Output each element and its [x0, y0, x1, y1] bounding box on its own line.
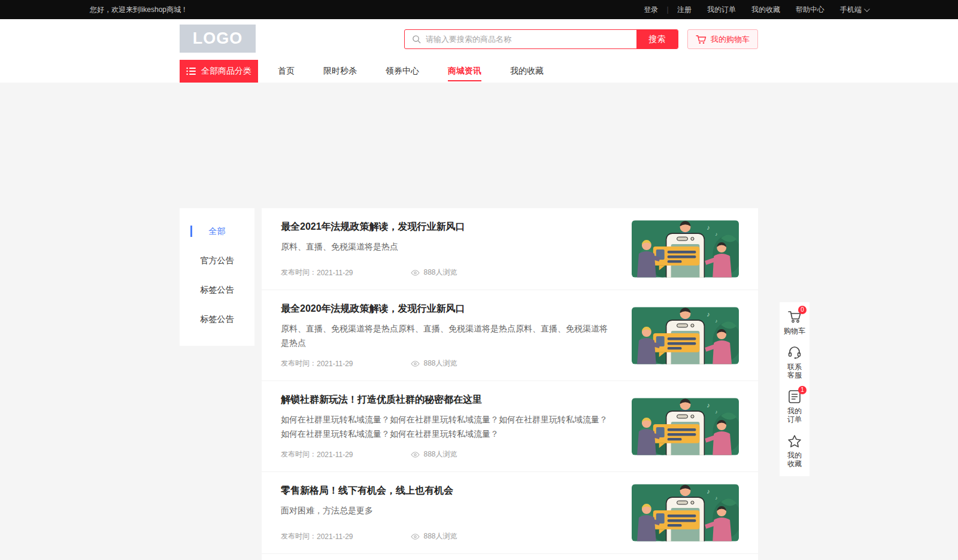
category-list-icon	[186, 67, 196, 75]
publish-date: 2021-11-29	[317, 451, 353, 459]
float-favorites-button[interactable]: 我的收藏	[787, 434, 802, 468]
publish-date: 2021-11-29	[317, 269, 353, 277]
float-orders-button[interactable]: 1 我的订单	[787, 389, 802, 424]
float-cart-label: 购物车	[784, 327, 805, 335]
topbar-my-orders-link[interactable]: 我的订单	[707, 5, 736, 15]
login-link[interactable]: 登录	[644, 5, 658, 15]
article-title[interactable]: 零售新格局！线下有机会，线上也有机会	[281, 484, 613, 497]
float-service-label: 联系客服	[787, 363, 802, 379]
publish-date: 2021-11-29	[317, 532, 353, 541]
main-nav: 全部商品分类 首页 限时秒杀 领券中心 商城资讯 我的收藏	[0, 60, 958, 83]
sidebar-item-official-notice[interactable]: 官方公告	[180, 246, 254, 275]
sidebar-item-tag-notice-2[interactable]: 标签公告	[180, 305, 254, 334]
publish-time-label: 发布时间：	[281, 531, 317, 541]
chevron-down-icon	[864, 6, 870, 12]
float-favorites-label: 我的收藏	[787, 451, 802, 468]
float-cart-button[interactable]: 0 购物车	[784, 309, 805, 335]
article-title[interactable]: 解锁社群新玩法！打造优质社群的秘密都在这里	[281, 393, 613, 406]
topbar-divider: ｜	[664, 5, 671, 15]
search-input[interactable]	[426, 35, 636, 44]
article-thumbnail	[632, 484, 739, 541]
sidebar-item-tag-notice-1[interactable]: 标签公告	[180, 275, 254, 305]
news-category-sidebar: 全部 官方公告 标签公告 标签公告	[180, 208, 254, 346]
page-content: 全部 官方公告 标签公告 标签公告 最全2021年法规政策解读，发现行业新风口 …	[180, 208, 758, 560]
search-button[interactable]: 搜索	[636, 30, 678, 48]
article-description: 原料、直播、免税渠道将是热点	[281, 239, 613, 254]
star-icon	[787, 434, 802, 448]
search-icon	[412, 35, 421, 44]
mobile-site-link[interactable]: 手机端	[840, 5, 868, 15]
my-cart-button[interactable]: 我的购物车	[687, 29, 758, 49]
register-link[interactable]: 注册	[677, 5, 692, 15]
header: LOGO 搜索 我的购物车	[0, 19, 958, 60]
article-title[interactable]: 最全2021年法规政策解读，发现行业新风口	[281, 220, 613, 233]
view-count: 888人浏览	[424, 267, 457, 278]
publish-time-label: 发布时间：	[281, 449, 317, 459]
shop-logo[interactable]: LOGO	[180, 25, 256, 53]
news-article-row[interactable]: 解锁社群新玩法！打造优质社群的秘密都在这里 如何在社群里玩转私域流量？如何在社群…	[262, 381, 758, 472]
view-count: 888人浏览	[424, 449, 457, 459]
publish-time-label: 发布时间：	[281, 358, 317, 369]
float-service-button[interactable]: 联系客服	[787, 345, 802, 379]
headset-icon	[787, 345, 802, 360]
sidebar-item-all[interactable]: 全部	[180, 217, 254, 246]
nav-item-home[interactable]: 首页	[263, 60, 309, 83]
article-thumbnail	[632, 398, 739, 455]
eye-icon	[411, 270, 420, 276]
nav-item-my-favorites[interactable]: 我的收藏	[496, 60, 558, 83]
nav-item-coupon-center[interactable]: 领券中心	[371, 60, 433, 83]
orders-count-badge: 1	[798, 386, 807, 394]
news-article-row[interactable]: 零售新格局！线下有机会，线上也有机会 面对困难，方法总是更多 发布时间： 202…	[262, 472, 758, 554]
view-count: 888人浏览	[424, 531, 457, 541]
article-description: 原料、直播、免税渠道将是热点原料、直播、免税渠道将是热点原料、直播、免税渠道将是…	[281, 321, 613, 350]
article-title[interactable]: 最全2020年法规政策解读，发现行业新风口	[281, 302, 613, 315]
news-article-row[interactable]: 最全2021年法规政策解读，发现行业新风口 原料、直播、免税渠道将是热点 发布时…	[262, 208, 758, 290]
nav-item-seckill[interactable]: 限时秒杀	[309, 60, 371, 83]
welcome-text: 您好，欢迎来到likeshop商城！	[90, 5, 188, 15]
eye-icon	[411, 452, 420, 458]
eye-icon	[411, 361, 420, 367]
view-count: 888人浏览	[424, 358, 457, 369]
article-thumbnail	[632, 307, 739, 364]
article-thumbnail	[632, 220, 739, 278]
publish-time-label: 发布时间：	[281, 267, 317, 278]
cart-count-badge: 0	[798, 306, 807, 314]
float-orders-label: 我的订单	[787, 407, 802, 424]
news-article-row[interactable]: 微信小商店正式上线，3大利好助力化妆品牌商布局线上！ 发布时间： 2021-11…	[262, 554, 758, 560]
help-center-link[interactable]: 帮助中心	[796, 5, 824, 15]
nav-item-mall-news[interactable]: 商城资讯	[433, 60, 496, 83]
all-categories-button[interactable]: 全部商品分类	[180, 60, 258, 83]
top-bar: 您好，欢迎来到likeshop商城！ 登录 ｜ 注册 我的订单 我的收藏 帮助中…	[0, 0, 958, 19]
news-article-row[interactable]: 最全2020年法规政策解读，发现行业新风口 原料、直播、免税渠道将是热点原料、直…	[262, 290, 758, 381]
article-description: 如何在社群里玩转私域流量？如何在社群里玩转私域流量？如何在社群里玩转私域流量？如…	[281, 412, 613, 441]
cart-icon	[696, 35, 707, 44]
floating-toolbar: 0 购物车 联系客服 1 我的订单	[780, 302, 810, 476]
topbar-my-favorites-link[interactable]: 我的收藏	[751, 5, 780, 15]
eye-icon	[411, 534, 420, 540]
publish-date: 2021-11-29	[317, 360, 353, 368]
article-description: 面对困难，方法总是更多	[281, 503, 613, 518]
search-bar: 搜索	[404, 29, 678, 49]
news-list: 最全2021年法规政策解读，发现行业新风口 原料、直播、免税渠道将是热点 发布时…	[262, 208, 758, 560]
